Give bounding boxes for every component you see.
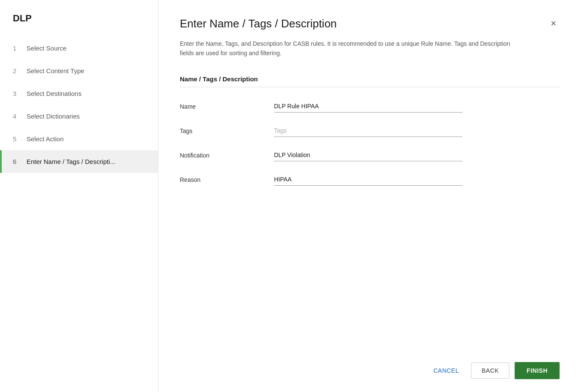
modal-header: Enter Name / Tags / Description × — [180, 17, 560, 30]
tags-label: Tags — [180, 128, 274, 137]
main-content: Enter Name / Tags / Description × Enter … — [158, 0, 581, 392]
section-title: Name / Tags / Description — [180, 75, 560, 87]
cancel-button[interactable]: CANCEL — [426, 363, 466, 378]
sidebar-label-select-destinations: Select Destinations — [27, 90, 81, 97]
notification-input[interactable] — [274, 149, 462, 161]
tags-form-row: Tags — [180, 125, 560, 137]
modal-footer: CANCEL BACK FINISH — [426, 362, 560, 379]
step-number-6: 6 — [13, 158, 21, 165]
step-number-4: 4 — [13, 113, 21, 120]
modal-overlay: DLP 1 Select Source 2 Select Content Typ… — [0, 0, 581, 392]
reason-field-wrapper — [274, 173, 462, 186]
back-button[interactable]: BACK — [471, 362, 509, 379]
modal-title: Enter Name / Tags / Description — [180, 17, 337, 30]
name-field-wrapper — [274, 100, 462, 113]
modal: DLP 1 Select Source 2 Select Content Typ… — [0, 0, 581, 392]
name-form-row: Name — [180, 100, 560, 113]
step-number-2: 2 — [13, 67, 21, 74]
close-button[interactable]: × — [547, 17, 560, 30]
notification-form-row: Notification — [180, 149, 560, 161]
sidebar-item-enter-name[interactable]: 6 Enter Name / Tags / Descripti... — [0, 150, 158, 173]
reason-form-row: Reason — [180, 173, 560, 186]
name-label: Name — [180, 103, 274, 113]
sidebar-item-select-dictionaries[interactable]: 4 Select Dictionaries — [0, 105, 158, 128]
tags-field-wrapper — [274, 125, 462, 137]
notification-field-wrapper — [274, 149, 462, 161]
sidebar: DLP 1 Select Source 2 Select Content Typ… — [0, 0, 158, 392]
sidebar-item-select-destinations[interactable]: 3 Select Destinations — [0, 82, 158, 105]
tags-input[interactable] — [274, 125, 462, 137]
app-title: DLP — [0, 13, 158, 37]
sidebar-label-select-content-type: Select Content Type — [27, 67, 84, 74]
reason-label: Reason — [180, 176, 274, 186]
name-input[interactable] — [274, 100, 462, 113]
sidebar-item-select-content-type[interactable]: 2 Select Content Type — [0, 59, 158, 82]
sidebar-item-select-source[interactable]: 1 Select Source — [0, 37, 158, 59]
sidebar-label-select-action: Select Action — [27, 135, 64, 143]
step-number-5: 5 — [13, 135, 21, 143]
sidebar-label-select-dictionaries: Select Dictionaries — [27, 113, 80, 120]
sidebar-item-select-action[interactable]: 5 Select Action — [0, 128, 158, 150]
step-number-1: 1 — [13, 45, 21, 52]
sidebar-label-select-source: Select Source — [27, 45, 66, 52]
sidebar-label-enter-name: Enter Name / Tags / Descripti... — [27, 158, 115, 165]
finish-button[interactable]: FINISH — [515, 362, 560, 379]
notification-label: Notification — [180, 152, 274, 161]
step-number-3: 3 — [13, 90, 21, 97]
modal-description: Enter the Name, Tags, and Description fo… — [180, 39, 522, 58]
reason-input[interactable] — [274, 173, 462, 186]
